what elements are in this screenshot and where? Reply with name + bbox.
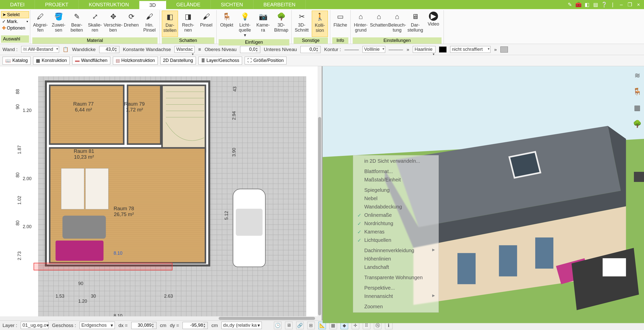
- wall-edit-icon[interactable]: 📋: [63, 46, 69, 52]
- pick-material-button[interactable]: 🖊Abgrei- fen: [32, 11, 48, 37]
- compute-shadow-button[interactable]: ◨Rech- nen: [180, 11, 196, 37]
- mark-tool[interactable]: ✓Mark.▾: [1, 18, 29, 25]
- geschoss-dropdown[interactable]: Erdgeschos▾: [80, 322, 115, 329]
- ctx-blattformat[interactable]: Blattformat...: [353, 167, 439, 176]
- 3d-section-button[interactable]: ✂3D- Schnitt: [294, 11, 310, 37]
- window-icon[interactable]: ◧: [584, 2, 590, 8]
- floorplan-panel[interactable]: Raum 776,44 m² Raum 791,72 m² Raum 8110,…: [0, 66, 323, 320]
- level-icon[interactable]: ≡: [198, 47, 201, 52]
- dy-spinner[interactable]: ▲▼: [183, 322, 208, 329]
- ctx-spiegelung[interactable]: Spiegelung: [353, 186, 439, 194]
- ctx-nebel[interactable]: Nebel: [353, 194, 439, 203]
- layers-panel-icon[interactable]: ≋: [633, 71, 642, 80]
- menu-sichten[interactable]: SICHTEN: [211, 0, 253, 9]
- lighting-button[interactable]: ⌂Beleuch- tung: [389, 11, 405, 37]
- ctx-dachinnenverkleidung[interactable]: Dachinnenverkleidung▶: [353, 246, 439, 255]
- video-button[interactable]: ▶Video: [425, 11, 442, 37]
- line-style-dropdown[interactable]: Volllinie: [363, 46, 385, 53]
- hatch-dropdown[interactable]: nicht schraffiert: [450, 46, 491, 53]
- katalog-button[interactable]: 📖Katalog: [3, 57, 31, 65]
- help-icon[interactable]: ❔: [601, 2, 607, 8]
- menu-3d[interactable]: 3D: [139, 0, 166, 9]
- hairline-dropdown[interactable]: Haarlinie: [413, 46, 435, 53]
- ctx-onlinemasse[interactable]: ✓Onlinemaße: [353, 211, 439, 219]
- ctx-landschaft[interactable]: Landschaft: [353, 263, 439, 271]
- ctx-hoehenlinien[interactable]: Höhenlinien: [353, 255, 439, 263]
- furniture-panel-icon[interactable]: 🪑: [633, 87, 642, 96]
- upper-level-spinner[interactable]: ▲▼: [240, 46, 260, 53]
- scale-button[interactable]: ⤢Skalie- ren: [87, 11, 103, 37]
- dx-spinner[interactable]: ▲▼: [131, 322, 157, 329]
- layer-dropdown[interactable]: 01_ug.eg.o▾: [21, 322, 48, 329]
- tree-panel-icon[interactable]: 🌳: [633, 119, 642, 128]
- restore-icon[interactable]: ❐: [627, 2, 633, 8]
- monitor-status-icon[interactable]: 🖥: [285, 322, 293, 329]
- ctx-wandabdeckung[interactable]: Wandabdeckung: [353, 203, 439, 211]
- rotate-button[interactable]: ⟳Drehen: [123, 11, 139, 37]
- wandachse-dropdown[interactable]: Wandac: [174, 46, 195, 53]
- wandflaechen-button[interactable]: ▬Wandflächen: [72, 57, 110, 64]
- select-tool[interactable]: ➤Selekt: [1, 11, 29, 18]
- menu-konstruktion[interactable]: KONSTRUKTION: [79, 0, 139, 9]
- color-swatch-black[interactable]: [439, 46, 447, 53]
- ctx-zoomen[interactable]: Zoomen: [353, 302, 439, 311]
- horizontal-scrollbar-2d[interactable]: [0, 316, 322, 320]
- menu-datei[interactable]: DATEI: [0, 0, 35, 9]
- konstruktion-button[interactable]: ▦Konstruktion: [33, 57, 70, 65]
- options-tool[interactable]: ✚Optionen: [1, 25, 29, 31]
- groesse-position-button[interactable]: ⛶Größe/Position: [245, 57, 287, 64]
- display-button[interactable]: 🖥Dar- stellung: [407, 11, 423, 37]
- car-object[interactable]: [233, 189, 266, 267]
- selected-wall[interactable]: [34, 263, 172, 270]
- ctx-perspektive[interactable]: Perspektive...: [353, 284, 439, 292]
- assign-material-button[interactable]: 🪣Zuwei- sen: [50, 11, 67, 37]
- wand-icon[interactable]: ✎: [567, 2, 573, 8]
- palette-panel-icon[interactable]: ▦: [633, 103, 642, 112]
- ctx-transparente[interactable]: Transparente Wohnungen: [353, 273, 439, 282]
- color-swatch-gray[interactable]: [500, 46, 508, 53]
- clock-icon[interactable]: 🕒: [274, 322, 281, 329]
- floorplan-canvas[interactable]: Raum 776,44 m² Raum 791,72 m² Raum 8110,…: [8, 71, 314, 313]
- menu-projekt[interactable]: PROJEKT: [35, 0, 79, 9]
- insert-object-button[interactable]: 🪑Objekt: [219, 11, 235, 39]
- minimize-icon[interactable]: –: [618, 2, 624, 8]
- insert-tree-button[interactable]: 🌳3D- Bitmap: [273, 11, 289, 39]
- expand-icon-2[interactable]: »: [494, 47, 497, 52]
- ctx-nordrichtung[interactable]: ✓Nordrichtung: [353, 219, 439, 228]
- thickness-spinner[interactable]: ▲▼: [99, 46, 119, 53]
- ctx-lichtquellen[interactable]: ✓Lichtquellen: [353, 236, 439, 244]
- edit-material-button[interactable]: ✎Bear- beiten: [69, 11, 85, 37]
- coord-mode-dropdown[interactable]: dx,dy (relativ ka▾: [221, 322, 262, 329]
- shadow-brush-button[interactable]: 🖌Pinsel: [198, 11, 214, 37]
- background-button[interactable]: ⌂Hinter- grund: [353, 11, 369, 37]
- insert-light-button[interactable]: 💡Licht- quelle ▾: [237, 11, 253, 39]
- right-drawer-handle[interactable]: [634, 172, 644, 182]
- lower-level-spinner[interactable]: ▲▼: [300, 46, 321, 53]
- shadow-settings-button[interactable]: ⌂Schatten: [371, 11, 387, 37]
- back-brush-button[interactable]: 🖌Hin. Pinsel: [141, 11, 158, 37]
- cube2-icon: ◨: [183, 12, 193, 22]
- toolbox-icon[interactable]: 🧰: [575, 2, 581, 8]
- snap-icon[interactable]: ⊞: [307, 322, 315, 329]
- move-button[interactable]: ✥Verschie- ben: [105, 11, 121, 37]
- wall-type-dropdown[interactable]: AW-Bestand: [21, 46, 59, 53]
- ctx-in-2d[interactable]: in 2D Sicht verwandeln...: [353, 157, 439, 165]
- collision-button[interactable]: 🚶Kolli- sion: [312, 11, 328, 37]
- sofa-object[interactable]: [56, 241, 104, 261]
- menu-gelaende[interactable]: GELÄNDE: [166, 0, 211, 9]
- holz-button[interactable]: ▤Holzkonstruktion: [113, 57, 158, 65]
- layout-icon[interactable]: ▤: [593, 2, 599, 8]
- expand-icon-1[interactable]: »: [407, 47, 409, 52]
- 2d-darstellung-button[interactable]: 2D Darstellung: [160, 57, 196, 64]
- area-button[interactable]: ▭Fläche: [332, 11, 348, 37]
- close-icon[interactable]: ×: [635, 2, 641, 8]
- ctx-massstab[interactable]: Maßstab/Einheit: [353, 176, 439, 184]
- insert-camera-button[interactable]: 📷Kame- ra: [255, 11, 271, 39]
- menu-bearbeiten[interactable]: BEARBEITEN: [253, 0, 306, 9]
- ctx-kameras[interactable]: ✓Kameras: [353, 228, 439, 236]
- link-icon[interactable]: 🔗: [296, 322, 304, 329]
- ctx-innenansicht[interactable]: Innenansicht▶: [353, 292, 439, 300]
- vertical-scrollbar-2d[interactable]: [318, 66, 322, 320]
- render-shadow-button[interactable]: ◧Dar- stellen: [162, 11, 178, 37]
- layer-geschoss-button[interactable]: ≣Layer/Geschoss: [198, 57, 242, 65]
